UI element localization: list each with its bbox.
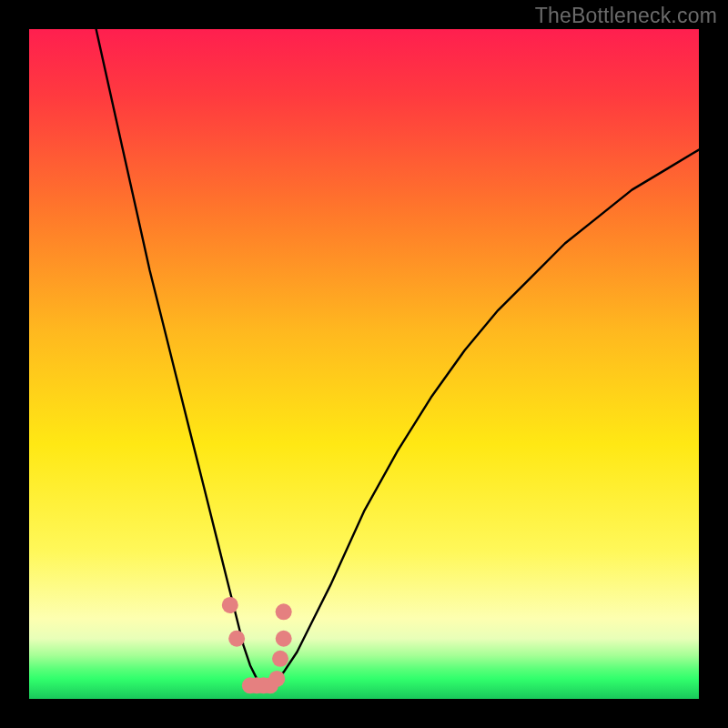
marker-dot: [276, 631, 292, 647]
plot-area: [29, 29, 699, 699]
marker-dot: [222, 597, 238, 613]
marker-dot: [268, 671, 285, 687]
bottleneck-chart: [29, 29, 699, 699]
watermark-text: TheBottleneck.com: [535, 4, 717, 28]
svg-rect-0: [29, 29, 699, 699]
marker-dot: [272, 651, 288, 667]
chart-frame: TheBottleneck.com: [0, 0, 728, 728]
marker-dot: [228, 631, 245, 647]
marker-dot: [276, 603, 292, 620]
